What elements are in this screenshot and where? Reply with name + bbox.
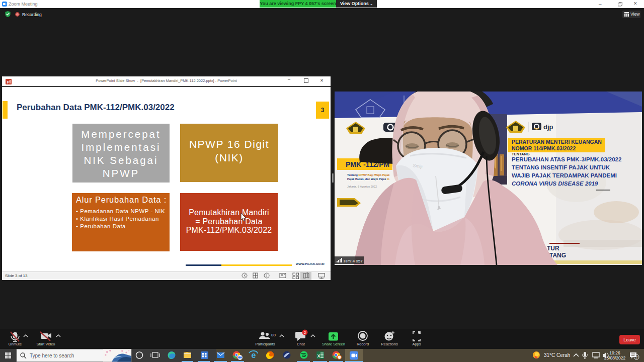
- svg-text:Type here to search: Type here to search: [30, 353, 74, 358]
- svg-text:2: 2: [304, 330, 306, 335]
- svg-text:FPY 4 057: FPY 4 057: [344, 259, 363, 263]
- svg-text:PERATURAN MENTERI KEUANGAN: PERATURAN MENTERI KEUANGAN: [512, 139, 602, 145]
- svg-text:Unmute: Unmute: [9, 342, 22, 346]
- svg-text:10:26: 10:26: [609, 350, 620, 355]
- svg-text:WAJIB PAJAK TERDAMPAK PANDEMI: WAJIB PAJAK TERDAMPAK PANDEMI: [512, 172, 617, 178]
- svg-text:Start Video: Start Video: [37, 342, 55, 346]
- svg-text:X: X: [317, 353, 320, 358]
- svg-text:TUR: TUR: [547, 245, 559, 252]
- svg-text:Reactions: Reactions: [381, 342, 398, 346]
- svg-text:Participants: Participants: [255, 342, 275, 346]
- svg-text:PERUBAHAN ATAS PMK-3/PMK.03/20: PERUBAHAN ATAS PMK-3/PMK.03/2022: [512, 156, 621, 162]
- svg-text:Pajak Badan, dan Wajib Pajak I: Pajak Badan, dan Wajib Pajak In: [347, 177, 389, 180]
- svg-text:80: 80: [271, 333, 276, 337]
- svg-text:Tentang NPWP Bagi Wajib Pajak: Tentang NPWP Bagi Wajib Pajak: [347, 173, 390, 176]
- svg-text:TENTANG: TENTANG: [512, 152, 530, 156]
- svg-text:Apps: Apps: [412, 342, 421, 346]
- svg-text:31°C Cerah: 31°C Cerah: [544, 352, 570, 358]
- svg-text:Leave: Leave: [623, 337, 636, 342]
- svg-text:CORONA VIRUS DISEASE 2019: CORONA VIRUS DISEASE 2019: [512, 180, 598, 187]
- svg-text:TENTANG INSENTIF PAJAK UNTUK: TENTANG INSENTIF PAJAK UNTUK: [512, 164, 610, 170]
- svg-text:Chat: Chat: [297, 342, 305, 346]
- svg-text:2: 2: [635, 355, 637, 359]
- svg-text:25/08/2022: 25/08/2022: [604, 355, 626, 360]
- svg-text:Jakarta, 6 Agustus 2022: Jakarta, 6 Agustus 2022: [347, 185, 377, 188]
- svg-text:Record: Record: [357, 342, 369, 346]
- svg-text:Share Screen: Share Screen: [322, 342, 345, 346]
- svg-text:e: e: [252, 351, 256, 359]
- svg-text:NOMOR 114/PMK.03/2022: NOMOR 114/PMK.03/2022: [512, 145, 576, 151]
- svg-text:djp: djp: [543, 123, 553, 131]
